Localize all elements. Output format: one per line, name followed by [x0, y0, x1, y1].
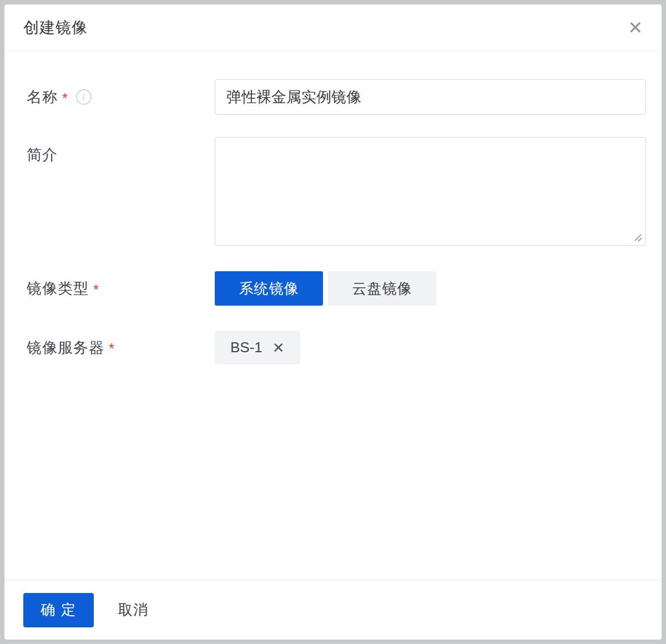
- dialog-title: 创建镜像: [23, 17, 88, 38]
- form-row-description: 简介: [23, 137, 646, 246]
- dialog-header: 创建镜像 ✕: [4, 4, 662, 51]
- required-asterisk: *: [62, 90, 68, 107]
- image-type-control: 系统镜像 云盘镜像: [215, 271, 646, 306]
- server-tag: BS-1 ✕: [215, 331, 300, 364]
- name-input[interactable]: [215, 79, 646, 115]
- form-row-image-type: 镜像类型 * 系统镜像 云盘镜像: [23, 271, 646, 306]
- create-image-dialog: 创建镜像 ✕ 名称 * i 简介: [4, 4, 662, 640]
- image-type-label: 镜像类型 *: [23, 271, 215, 306]
- required-asterisk: *: [109, 340, 115, 357]
- form-row-image-server: 镜像服务器 * BS-1 ✕: [23, 331, 646, 364]
- form-row-name: 名称 * i: [23, 79, 646, 115]
- dialog-body: 名称 * i 简介: [4, 51, 662, 580]
- cancel-button[interactable]: 取消: [118, 600, 148, 620]
- toggle-cloud-disk-image[interactable]: 云盘镜像: [328, 271, 436, 306]
- server-tag-label: BS-1: [230, 339, 263, 356]
- name-label-text: 名称: [27, 87, 58, 107]
- close-icon[interactable]: ✕: [623, 17, 647, 39]
- image-type-toggle-group: 系统镜像 云盘镜像: [215, 271, 646, 306]
- required-asterisk: *: [93, 281, 99, 298]
- image-type-label-text: 镜像类型: [27, 278, 89, 298]
- description-label-text: 简介: [27, 145, 58, 165]
- name-label: 名称 * i: [23, 79, 215, 115]
- dialog-footer: 确 定 取消: [4, 580, 662, 640]
- confirm-button[interactable]: 确 定: [23, 593, 94, 627]
- description-textarea[interactable]: [215, 137, 646, 246]
- image-server-control: BS-1 ✕: [215, 331, 646, 364]
- description-control: [215, 137, 646, 246]
- description-label: 简介: [23, 137, 215, 165]
- name-control: [215, 79, 646, 115]
- toggle-system-image[interactable]: 系统镜像: [215, 271, 323, 306]
- image-server-label: 镜像服务器 *: [23, 331, 215, 364]
- image-server-label-text: 镜像服务器: [27, 338, 104, 358]
- info-icon[interactable]: i: [76, 89, 92, 105]
- page-background: 创建镜像 ✕ 名称 * i 简介: [0, 0, 666, 644]
- tag-remove-icon[interactable]: ✕: [273, 341, 285, 355]
